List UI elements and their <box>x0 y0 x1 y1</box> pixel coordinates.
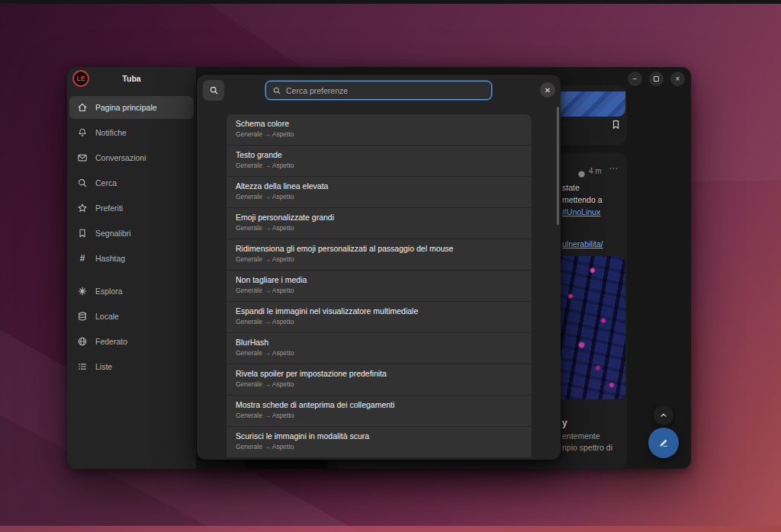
search-icon <box>272 86 281 95</box>
sidebar-item-explore[interactable]: Esplora <box>69 280 194 303</box>
search-result[interactable]: Emoji personalizzate grandi Generale → A… <box>227 208 532 239</box>
sidebar-item-label: Conversazioni <box>95 153 146 162</box>
visibility-globe-icon <box>577 168 586 176</box>
top-panel <box>0 0 781 4</box>
home-icon <box>77 102 88 113</box>
post-menu-button[interactable]: ⋯ <box>609 163 619 174</box>
star-icon <box>77 203 88 213</box>
bell-icon <box>77 127 88 138</box>
search-icon <box>209 85 219 95</box>
search-result[interactable]: Ridimensiona gli emoji personalizzati al… <box>227 239 532 271</box>
search-preferences-dialog: ✕ Schema colore Generale → Aspetto Testo… <box>197 75 561 460</box>
server-icon <box>77 311 88 322</box>
maximize-icon <box>654 76 659 82</box>
sidebar-item-notifications[interactable]: Notifiche <box>69 121 194 144</box>
window-close-button[interactable]: × <box>670 72 685 86</box>
link-card-title-fragment: y <box>562 418 567 428</box>
app-title: Tuba <box>67 67 196 90</box>
search-input[interactable] <box>286 86 485 95</box>
search-result[interactable]: Espandi le immagini nel visualizzatore m… <box>227 302 532 333</box>
search-toggle-button[interactable] <box>203 80 224 101</box>
sidebar-item-label: Federato <box>95 337 127 346</box>
link-card-text: npio spettro di <box>562 443 612 452</box>
sidebar-item-favourites[interactable]: Preferiti <box>69 197 194 220</box>
dialog-scrollbar[interactable] <box>557 107 559 225</box>
sidebar-item-label: Pagina principale <box>95 103 157 112</box>
bookmark-action-icon[interactable] <box>610 119 622 130</box>
compose-button[interactable] <box>648 428 679 458</box>
sidebar-item-hashtag[interactable]: # Hashtag <box>69 247 194 270</box>
list-icon <box>77 361 88 372</box>
sidebar-item-lists[interactable]: Liste <box>69 355 194 378</box>
search-icon <box>77 178 88 188</box>
sidebar-item-conversations[interactable]: Conversazioni <box>69 146 194 169</box>
sidebar-item-local[interactable]: Locale <box>69 305 194 328</box>
link-card-text: entemente <box>562 431 600 441</box>
sidebar-headerbar: LE Tuba <box>67 67 196 90</box>
maximize-button[interactable] <box>649 72 664 86</box>
sidebar-item-label: Cerca <box>95 178 117 187</box>
search-result[interactable]: Rivela spoiler per impostazione predefin… <box>227 364 532 396</box>
globe-icon <box>77 336 88 347</box>
sidebar-item-label: Notifiche <box>95 128 127 137</box>
wallpaper-bottom-band <box>0 526 781 532</box>
minimize-button[interactable]: − <box>628 72 642 86</box>
sidebar-item-label: Segnalibri <box>95 229 131 238</box>
sidebar-item-label: Locale <box>95 312 119 321</box>
search-result[interactable]: Testo grande Generale → Aspetto <box>227 146 532 177</box>
sidebar-item-label: Esplora <box>95 287 123 296</box>
search-result[interactable]: Scurisci le immagini in modalità scura G… <box>227 427 532 458</box>
search-result[interactable]: Schema colore Generale → Aspetto <box>227 114 532 146</box>
search-result[interactable]: BlurHash Generale → Aspetto <box>227 333 532 364</box>
search-result[interactable]: Mostra schede di anteprima dei collegame… <box>227 396 532 427</box>
sidebar: LE Tuba Pagina principale Notifiche <box>67 67 197 469</box>
dialog-close-button[interactable]: ✕ <box>540 82 555 98</box>
search-result[interactable]: Non tagliare i media Generale → Aspetto <box>227 271 532 302</box>
bookmark-icon <box>77 228 88 239</box>
sidebar-item-federated[interactable]: Federato <box>69 330 194 353</box>
search-entry[interactable] <box>265 81 492 100</box>
sidebar-item-label: Preferiti <box>95 204 123 213</box>
post-timestamp: 4 m <box>589 167 602 175</box>
search-result[interactable]: Altezza della linea elevata Generale → A… <box>227 177 532 208</box>
sidebar-item-label: Liste <box>95 362 112 371</box>
hash-icon: # <box>77 253 88 264</box>
sidebar-item-label: Hashtag <box>95 254 125 263</box>
search-results-list: Schema colore Generale → Aspetto Testo g… <box>227 114 532 458</box>
sidebar-item-bookmarks[interactable]: Segnalibri <box>69 222 194 245</box>
desktop: LE Tuba Pagina principale Notifiche <box>0 0 781 532</box>
sidebar-item-search[interactable]: Cerca <box>69 171 194 194</box>
sidebar-nav: Pagina principale Notifiche Conversazion… <box>69 96 194 380</box>
scroll-to-top-button[interactable] <box>654 405 673 425</box>
pencil-icon <box>657 437 670 449</box>
post-text: state <box>562 183 580 192</box>
explore-icon <box>77 286 88 296</box>
post-text: mettendo a <box>562 195 603 204</box>
sidebar-item-home[interactable]: Pagina principale <box>69 96 194 119</box>
url-link[interactable]: ulnerabilita/ <box>562 239 603 248</box>
hashtag-link[interactable]: #UnoLinux <box>562 207 600 216</box>
envelope-icon <box>77 152 88 163</box>
